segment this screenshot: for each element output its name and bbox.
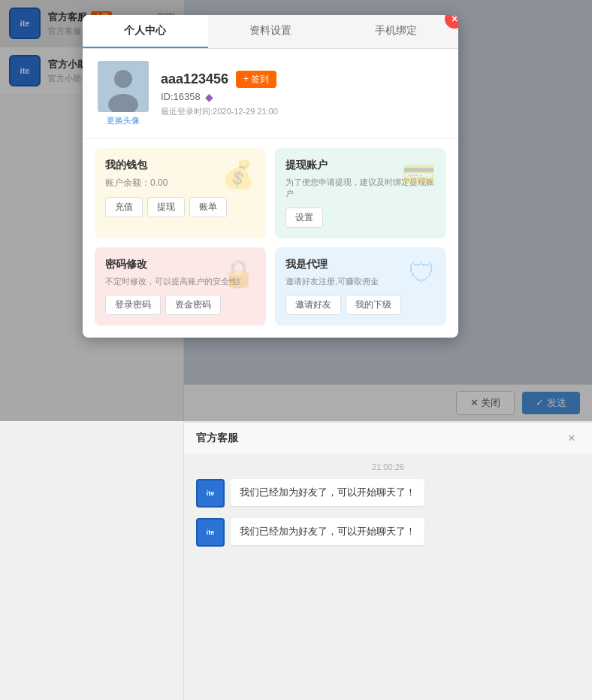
svg-point-1 (114, 70, 132, 88)
chat-panel-messages: 21:00:26 ite 我们已经加为好友了，可以开始聊天了！ ite 我们已经… (184, 455, 592, 700)
message-timestamp: 21:00:26 (196, 462, 580, 471)
password-btns: 登录密码 资金密码 (105, 295, 255, 315)
chat-panel-title: 官方客服 (196, 432, 238, 445)
username: aaa123456 (161, 71, 228, 87)
fund-password-button[interactable]: 资金密码 (165, 295, 221, 315)
modal-tabs: 个人中心 资料设置 手机绑定 (83, 15, 458, 49)
cards-grid: 💰 我的钱包 账户余额：0.00 充值 提现 账单 💳 提现账户 为了便您申请提… (83, 139, 458, 338)
tab-personal-center[interactable]: 个人中心 (83, 15, 208, 48)
wallet-card: 💰 我的钱包 账户余额：0.00 充值 提现 账单 (95, 148, 266, 238)
agent-btns: 邀请好友 我的下级 (285, 295, 436, 315)
login-password-button[interactable]: 登录密码 (105, 295, 161, 315)
profile-section: 更换头像 aaa123456 + 签到 ID:16358 ◆ 最近登录时间:20… (83, 49, 458, 139)
recharge-button[interactable]: 充值 (105, 197, 143, 217)
agent-card: 🛡 我是代理 邀请好友注册,可赚取佣金 邀请好友 我的下级 (275, 247, 446, 326)
tab-profile-settings[interactable]: 资料设置 (208, 15, 334, 48)
personal-center-modal: × 个人中心 资料设置 手机绑定 更换头像 aaa123456 + 签到 ID: (83, 15, 458, 338)
tab-phone-binding[interactable]: 手机绑定 (333, 15, 458, 48)
id-row: ID:16358 ◆ (161, 91, 443, 103)
card-icon: 💳 (402, 159, 436, 190)
last-login: 最近登录时间:2020-12-29 21:00 (161, 106, 443, 117)
password-card: 🔒 密码修改 不定时修改，可以提高账户的安全性 登录密码 资金密码 (95, 247, 266, 326)
shield-icon: 🛡 (409, 258, 436, 289)
avatar-image (98, 61, 149, 112)
chat-panel: 官方客服 × 21:00:26 ite 我们已经加为好友了，可以开始聊天了！ i… (184, 422, 592, 700)
profile-info: aaa123456 + 签到 ID:16358 ◆ 最近登录时间:2020-12… (161, 71, 443, 117)
message-avatar-2: ite (196, 518, 225, 547)
username-row: aaa123456 + 签到 (161, 71, 443, 88)
lock-icon: 🔒 (222, 258, 255, 289)
message-row-1: ite 我们已经加为好友了，可以开始聊天了！ (196, 479, 580, 508)
chat-panel-header: 官方客服 × (184, 423, 592, 455)
settings-button[interactable]: 设置 (285, 208, 323, 228)
message-bubble-2: 我们已经加为好友了，可以开始聊天了！ (231, 518, 424, 545)
invite-friends-button[interactable]: 邀请好友 (285, 295, 341, 315)
diamond-icon: ◆ (205, 91, 213, 103)
chat-panel-close-button[interactable]: × (563, 430, 580, 447)
bill-button[interactable]: 账单 (189, 197, 227, 217)
my-downline-button[interactable]: 我的下级 (346, 295, 401, 315)
avatar-wrapper: 更换头像 (98, 61, 149, 126)
wallet-btns: 充值 提现 账单 (105, 197, 255, 217)
message-avatar-1: ite (196, 479, 225, 508)
message-bubble-1: 我们已经加为好友了，可以开始聊天了！ (231, 479, 424, 506)
withdraw-account-card: 💳 提现账户 为了便您申请提现，建议及时绑定提现账户 设置 (275, 148, 446, 238)
withdraw-account-btns: 设置 (285, 208, 436, 228)
change-avatar-label[interactable]: 更换头像 (98, 115, 149, 126)
sign-in-button[interactable]: + 签到 (236, 71, 276, 88)
withdraw-button[interactable]: 提现 (147, 197, 185, 217)
avatar-person-svg (98, 61, 149, 112)
message-row-2: ite 我们已经加为好友了，可以开始聊天了！ (196, 518, 580, 547)
user-id: ID:16358 (161, 91, 201, 102)
wallet-icon: 💰 (222, 159, 255, 190)
